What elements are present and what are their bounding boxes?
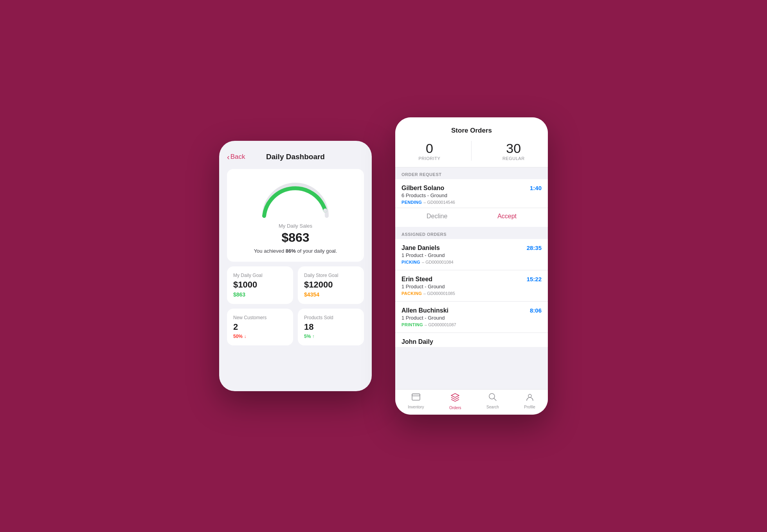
back-button[interactable]: ‹ Back — [227, 153, 245, 162]
order-info-jane: Jane Daniels 1 Product - Ground PICKING … — [402, 244, 527, 264]
nav-item-profile[interactable]: Profile — [524, 393, 535, 410]
search-icon — [488, 393, 497, 404]
stat-sub-daily-goal: $863 — [233, 291, 245, 298]
svg-point-5 — [528, 394, 531, 397]
order-item-jane[interactable]: Jane Daniels 1 Product - Ground PICKING … — [395, 239, 548, 270]
nav-label-inventory: Inventory — [408, 405, 424, 409]
order-info-erin: Erin Steed 1 Product - Ground PACKING – … — [402, 276, 527, 296]
nav-item-inventory[interactable]: Inventory — [408, 393, 424, 410]
order-products-gilbert: 6 Products - Ground — [402, 192, 530, 198]
gauge-subtext: You achieved 86% of your daily goal. — [254, 248, 337, 254]
order-id-erin: – GD000001085 — [423, 291, 455, 296]
stat-sub-store-goal: $4354 — [304, 291, 319, 298]
stat-card-new-customers: New Customers 2 50% ↓ — [227, 309, 293, 345]
order-meta-allen: PRINTING – GD000001087 — [402, 322, 530, 327]
order-item-john-partial: John Daily — [395, 333, 548, 347]
stat-main-products-sold: 18 — [304, 322, 313, 332]
stat-main-store-goal: $12000 — [304, 280, 333, 290]
accept-button[interactable]: Accept — [490, 211, 524, 221]
nav-item-search[interactable]: Search — [486, 393, 499, 410]
order-request-top: Gilbert Solano 6 Products - Ground PENDI… — [395, 179, 548, 208]
status-badge-gilbert: PENDING — [402, 200, 422, 205]
gauge-container — [256, 177, 335, 220]
order-request-card: Gilbert Solano 6 Products - Ground PENDI… — [395, 179, 548, 227]
order-timer-erin: 15:22 — [527, 276, 542, 282]
order-timer-jane: 28:35 — [527, 244, 542, 251]
section-header-assigned: ASSIGNED ORDERS — [395, 227, 548, 239]
nav-label-orders: Orders — [449, 406, 461, 410]
inventory-icon — [411, 393, 421, 404]
order-id-jane: – GD000001084 — [422, 260, 454, 264]
order-name-jane: Jane Daniels — [402, 244, 527, 252]
stat-sub-new-customers: 50% ↓ — [233, 334, 246, 339]
order-name-allen: Allen Buchinski — [402, 307, 530, 314]
order-timer-gilbert: 1:40 — [530, 185, 542, 191]
stat-label-store-goal: Daily Store Goal — [304, 273, 338, 278]
phones-container: ‹ Back Daily Dashboard My Daily Sales $8… — [219, 117, 548, 415]
order-name-erin: Erin Steed — [402, 276, 527, 283]
svg-rect-2 — [412, 394, 420, 396]
order-info-gilbert: Gilbert Solano 6 Products - Ground PENDI… — [402, 185, 530, 205]
svg-line-4 — [494, 399, 496, 401]
order-meta-gilbert: PENDING – GD000014546 — [402, 200, 530, 205]
count-divider — [471, 141, 472, 161]
svg-point-3 — [489, 394, 495, 399]
nav-label-search: Search — [486, 405, 499, 409]
priority-count: 0 — [426, 141, 433, 156]
gauge-percent: 86% — [286, 248, 296, 254]
gauge-subtext-suffix: of your daily goal. — [296, 248, 337, 254]
priority-label: PRIORITY — [418, 156, 440, 161]
stat-label-products-sold: Products Sold — [304, 315, 333, 320]
order-id-allen: – GD000001087 — [425, 322, 456, 327]
order-name-john: John Daily — [402, 338, 433, 343]
back-label: Back — [230, 153, 245, 161]
orders-content: ORDER REQUEST Gilbert Solano 6 Products … — [395, 167, 548, 389]
svg-rect-1 — [412, 394, 420, 400]
svg-point-0 — [323, 208, 327, 212]
store-title: Store Orders — [403, 127, 540, 135]
order-id-gilbert: – GD000014546 — [423, 200, 455, 205]
order-meta-jane: PICKING – GD000001084 — [402, 260, 527, 264]
bottom-nav: Inventory Orders — [395, 389, 548, 415]
regular-label: REGULAR — [502, 156, 525, 161]
gauge-card: My Daily Sales $863 You achieved 86% of … — [227, 169, 364, 262]
stat-label-daily-goal: My Daily Goal — [233, 273, 263, 278]
stat-main-new-customers: 2 — [233, 322, 238, 332]
priority-count-item: 0 PRIORITY — [418, 141, 440, 161]
phone-header: ‹ Back Daily Dashboard — [227, 153, 364, 161]
nav-item-orders[interactable]: Orders — [449, 393, 461, 410]
stats-grid: My Daily Goal $1000 $863 Daily Store Goa… — [227, 266, 364, 345]
order-name-gilbert: Gilbert Solano — [402, 185, 530, 192]
orders-counts: 0 PRIORITY 30 REGULAR — [403, 141, 540, 167]
regular-count: 30 — [506, 141, 521, 156]
order-products-erin: 1 Product - Ground — [402, 284, 527, 289]
regular-count-item: 30 REGULAR — [502, 141, 525, 161]
nav-label-profile: Profile — [524, 405, 535, 409]
section-header-order-request: ORDER REQUEST — [395, 167, 548, 179]
phone-right: Store Orders 0 PRIORITY 30 REGULAR ORDER… — [395, 117, 548, 415]
order-actions: Decline Accept — [395, 208, 548, 227]
orders-icon — [450, 393, 460, 404]
status-badge-allen: PRINTING — [402, 322, 423, 327]
gauge-value: $863 — [281, 230, 309, 245]
page-title: Daily Dashboard — [266, 153, 325, 161]
back-chevron-icon: ‹ — [227, 153, 230, 162]
stat-card-products-sold: Products Sold 18 5% ↑ — [298, 309, 364, 345]
phone-left: ‹ Back Daily Dashboard My Daily Sales $8… — [219, 141, 372, 391]
stat-main-daily-goal: $1000 — [233, 280, 257, 290]
order-item-erin[interactable]: Erin Steed 1 Product - Ground PACKING – … — [395, 270, 548, 302]
order-products-allen: 1 Product - Ground — [402, 315, 530, 321]
gauge-label: My Daily Sales — [279, 223, 312, 229]
gauge-svg — [256, 177, 335, 220]
decline-button[interactable]: Decline — [419, 211, 455, 221]
gauge-subtext-prefix: You achieved — [254, 248, 286, 254]
order-info-allen: Allen Buchinski 1 Product - Ground PRINT… — [402, 307, 530, 327]
stat-label-new-customers: New Customers — [233, 315, 266, 320]
status-badge-erin: PACKING — [402, 291, 422, 296]
stat-sub-products-sold: 5% ↑ — [304, 334, 315, 339]
order-meta-erin: PACKING – GD000001085 — [402, 291, 527, 296]
order-timer-allen: 8:06 — [530, 307, 542, 314]
order-products-jane: 1 Product - Ground — [402, 252, 527, 258]
order-item-allen[interactable]: Allen Buchinski 1 Product - Ground PRINT… — [395, 302, 548, 333]
status-badge-jane: PICKING — [402, 260, 420, 264]
